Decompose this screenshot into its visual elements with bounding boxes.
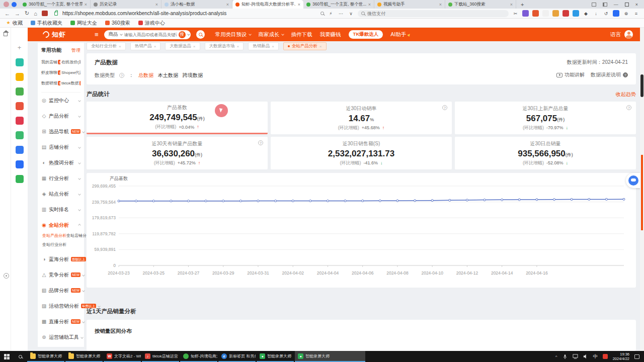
workspace-tab[interactable]: 大数据选品 × bbox=[165, 42, 200, 50]
workspace-tab[interactable]: 热销产品 × bbox=[130, 42, 161, 50]
tab-close-icon[interactable]: × bbox=[85, 2, 87, 7]
sidebar-menu-item[interactable]: ▦ 行业分析 bbox=[41, 170, 80, 186]
quick-link[interactable]: Shopee代运 合作 bbox=[61, 70, 80, 75]
sidebar-app-icon[interactable] bbox=[16, 175, 24, 183]
quick-tool-icon[interactable]: ⋯ bbox=[338, 10, 344, 17]
tab-close-icon[interactable]: × bbox=[193, 44, 196, 49]
tab-close-icon[interactable]: × bbox=[119, 44, 121, 49]
browser-tab[interactable]: 360导航_一个主页, 整个世界 × bbox=[20, 0, 91, 9]
sidebar-app-icon[interactable] bbox=[16, 131, 24, 139]
chevron-down-icon[interactable] bbox=[187, 33, 190, 36]
header-nav-item[interactable]: 商家成长 bbox=[259, 31, 284, 38]
sidebar-app-icon[interactable] bbox=[16, 87, 24, 96]
taskbar-item[interactable]: ● 智能录屏大师 bbox=[257, 351, 294, 362]
address-url-input[interactable] bbox=[62, 11, 299, 16]
workspace-tab[interactable]: 全站产品分析 × bbox=[283, 42, 327, 50]
bookmark-item[interactable]: 游戏中心 bbox=[138, 20, 165, 27]
extension-icon[interactable] bbox=[532, 10, 539, 17]
taskbar-search-button[interactable] bbox=[14, 351, 27, 362]
sidebar-app-icon[interactable] bbox=[16, 73, 24, 81]
forward-button[interactable]: → bbox=[15, 11, 20, 17]
menu-icon[interactable]: ≡ bbox=[95, 31, 99, 38]
stat-card[interactable]: ? 近30日上新产品总量 567,075(件) (环比增幅) -70.97% ↓ bbox=[455, 102, 636, 134]
search-submit-button[interactable]: 搜 bbox=[179, 31, 186, 38]
gear-icon[interactable] bbox=[4, 273, 9, 279]
product-search-input[interactable] bbox=[124, 32, 177, 37]
extension-icon[interactable]: ↺ bbox=[603, 10, 609, 17]
notification-center-icon[interactable] bbox=[634, 354, 639, 359]
ai-assistant-button[interactable]: AI助手 ▲ bbox=[390, 31, 412, 38]
home-button[interactable]: ⌂ bbox=[34, 11, 37, 17]
help-icon[interactable]: ? bbox=[258, 140, 263, 145]
header-nav-item[interactable]: 我要赚钱 bbox=[320, 31, 341, 38]
extension-icon[interactable]: ✂ bbox=[512, 10, 519, 17]
quick-link[interactable]: 在线改价(新) bbox=[61, 59, 80, 65]
sidebar-submenu-item[interactable]: 全站行业分析 bbox=[42, 242, 66, 247]
window-minimize-button[interactable]: — bbox=[614, 2, 618, 7]
browser-tab[interactable]: 视频号助手 × bbox=[374, 0, 445, 9]
extension-icon[interactable] bbox=[522, 10, 529, 17]
stat-card[interactable]: 近30日销售额(S) 2,532,027,131.73 (环比增幅) -41.6… bbox=[271, 137, 452, 169]
extension-icon[interactable] bbox=[613, 10, 619, 17]
stat-card[interactable]: ? 近30天有销量产品数量 36,630,260(件) (环比增幅) +45.7… bbox=[87, 137, 268, 169]
taskbar-item[interactable]: ● 智能录屏大师 bbox=[295, 351, 365, 362]
tab-close-icon[interactable]: × bbox=[272, 44, 274, 49]
sidebar-menu-item[interactable]: ▧ 品牌分析 NEW bbox=[41, 283, 80, 298]
extension-icon[interactable] bbox=[573, 10, 579, 17]
reading-mode-icon[interactable] bbox=[592, 3, 596, 7]
quick-tool-icon[interactable]: ⚡ bbox=[328, 10, 334, 17]
sidebar-menu-item[interactable]: ▨ 活动营销分析 年费以上 bbox=[41, 298, 80, 314]
microphone-icon[interactable] bbox=[562, 354, 568, 359]
extension-icon[interactable]: ⊕ bbox=[623, 10, 629, 17]
quick-link[interactable]: tiktok数据 合作 bbox=[61, 80, 80, 86]
sidebar-submenu-item[interactable]: 全站产品分析 bbox=[42, 233, 66, 238]
image-search-button[interactable] bbox=[196, 30, 205, 39]
favorites-collect-icon[interactable] bbox=[42, 11, 48, 16]
quick-link[interactable]: 虾皮聊聊 合作 bbox=[41, 70, 60, 75]
new-tab-button[interactable]: + bbox=[521, 2, 524, 8]
feature-explain-link[interactable]: 功能讲解 bbox=[556, 71, 585, 78]
browser-profile-avatar[interactable] bbox=[4, 2, 9, 7]
service-float-button[interactable] bbox=[626, 173, 641, 188]
stat-card[interactable]: 近30日总销量 935,566,950(件) (环比增幅) -52.08% ↓ bbox=[455, 137, 636, 169]
side-panel-icon[interactable] bbox=[603, 3, 607, 7]
header-nav-item[interactable]: 常用类目预设 bbox=[215, 31, 251, 38]
sidebar-menu-item[interactable]: ◎ 监控中心 bbox=[41, 93, 80, 108]
tab-close-icon[interactable]: × bbox=[368, 2, 371, 7]
sidebar-menu-item[interactable]: △ 竞争分析 NEW bbox=[41, 267, 80, 283]
help-icon[interactable]: ? bbox=[119, 73, 124, 78]
workspace-tab[interactable]: 热销新品 × bbox=[248, 42, 279, 50]
bookmark-item[interactable]: 手机收藏夹 bbox=[31, 20, 62, 27]
sidebar-app-icon[interactable] bbox=[16, 58, 24, 66]
back-button[interactable]: ← bbox=[5, 11, 10, 17]
extension-icon[interactable] bbox=[542, 10, 549, 17]
extension-icon[interactable]: ≡ bbox=[633, 10, 639, 17]
window-close-button[interactable]: × bbox=[635, 2, 638, 7]
collapse-trend-link[interactable]: 收起趋势 bbox=[616, 91, 636, 98]
help-icon[interactable]: ? bbox=[626, 105, 631, 110]
quick-link[interactable]: 我的店铺 未认证 bbox=[41, 59, 60, 65]
sidebar-app-icon[interactable] bbox=[16, 160, 24, 168]
search-category-select[interactable]: 商品 bbox=[109, 31, 118, 38]
manage-link[interactable]: 管理 bbox=[71, 47, 80, 54]
tab-close-icon[interactable]: × bbox=[510, 2, 513, 7]
scrollbar-thumb[interactable] bbox=[640, 74, 643, 97]
header-nav-item[interactable]: 插件下载 bbox=[291, 31, 312, 38]
data-type-option[interactable]: 本土数据 bbox=[158, 72, 178, 79]
bookmark-item[interactable]: ★ 收藏 bbox=[6, 20, 23, 27]
refresh-button[interactable]: ↻ bbox=[25, 10, 29, 17]
find-zoom-icon[interactable] bbox=[320, 12, 324, 15]
browser-tab[interactable]: 下载站_360搜索 × bbox=[445, 0, 516, 9]
browser-search-box[interactable] bbox=[358, 10, 509, 17]
browser-tab[interactable]: 汤小检--数据 × bbox=[162, 0, 232, 9]
sidebar-menu-item[interactable]: ◈ 站点分析 bbox=[41, 186, 80, 202]
taskbar-item[interactable]: ♪ tiktok店铺运营 bbox=[142, 351, 179, 362]
strip-home-icon[interactable] bbox=[4, 33, 8, 36]
tk-hot-button[interactable]: TK爆款达人 bbox=[349, 30, 383, 39]
tab-close-icon[interactable]: × bbox=[298, 2, 300, 7]
sidebar-menu-item[interactable]: ▤ 店铺分析 bbox=[41, 139, 80, 155]
taskbar-item[interactable]: W 文字文稿2 - WPS ... bbox=[104, 351, 141, 362]
stat-card[interactable]: 产品基数 249,749,545(件) (环比增幅) +0.04% ↑ bbox=[87, 102, 268, 134]
taskbar-item[interactable]: 智能录屏大师 bbox=[65, 351, 103, 362]
display-icon[interactable] bbox=[573, 354, 578, 359]
